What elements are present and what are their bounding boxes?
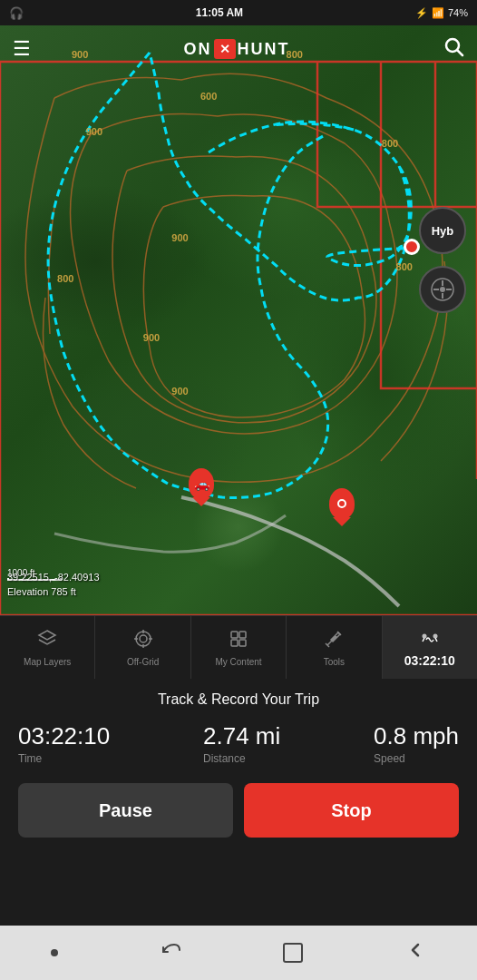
stat-distance-value: 2.74 mi (203, 722, 280, 750)
tab-tools[interactable]: Tools (287, 616, 382, 679)
svg-line-1 (458, 51, 463, 56)
tab-off-grid-label: Off-Grid (127, 657, 159, 667)
stat-time-label: Time (18, 752, 110, 765)
elev-label-4: 900 (171, 386, 188, 397)
tools-icon (324, 629, 344, 653)
svg-rect-18 (239, 640, 246, 646)
stat-distance: 2.74 mi Distance (203, 722, 280, 765)
tab-timer-label: 03:22:10 (404, 653, 455, 668)
tab-tools-label: Tools (324, 657, 345, 667)
bottom-nav-bar (0, 926, 477, 980)
headphone-icon: 🎧 (9, 6, 24, 20)
map-type-hybrid-button[interactable]: Hyb (419, 207, 466, 254)
app-logo: ON ✕ HUNT (184, 39, 290, 59)
svg-point-3 (440, 287, 445, 292)
pause-button[interactable]: Pause (18, 783, 233, 838)
marker-car: 🚗 (189, 468, 214, 499)
svg-rect-17 (231, 640, 238, 646)
map-svg (0, 25, 477, 615)
map-area[interactable]: 900 900 900 900 800 800 800 600 800 900 … (0, 25, 477, 615)
nav-back-button[interactable] (404, 939, 426, 966)
compass-button[interactable] (419, 266, 466, 313)
status-icons: 🎧 (9, 6, 24, 20)
svg-point-21 (433, 634, 437, 639)
tab-off-grid[interactable]: Off-Grid (95, 616, 190, 679)
stat-speed-value: 0.8 mph (374, 722, 459, 750)
stop-button[interactable]: Stop (244, 783, 459, 838)
stat-time-value: 03:22:10 (18, 722, 110, 750)
signal-icon: 📶 (432, 7, 444, 19)
tab-my-content[interactable]: My Content (191, 616, 287, 679)
svg-rect-15 (231, 632, 238, 638)
elev-label-2: 900 (171, 232, 188, 243)
tab-my-content-label: My Content (215, 657, 261, 667)
tracking-buttons: Pause Stop (18, 783, 459, 838)
nav-recent-button[interactable] (160, 939, 181, 966)
marker-red-dot (404, 239, 420, 255)
map-layers-icon (37, 629, 57, 653)
nav-square-button[interactable] (283, 943, 303, 963)
tracking-icon (419, 627, 441, 650)
tracking-title: Track & Record Your Trip (158, 691, 319, 708)
elev-label-1: 900 (86, 126, 102, 137)
logo-hunt: HUNT (238, 40, 290, 59)
bluetooth-icon: ⚡ (415, 7, 428, 19)
status-bar: 🎧 11:05 AM ⚡ 📶 74% (0, 0, 477, 25)
tab-tracking[interactable]: 03:22:10 (383, 616, 477, 679)
my-content-icon (229, 629, 248, 653)
logo-x: ✕ (214, 39, 236, 59)
coordinates-overlay: 39.22515, -82.40913 Elevation 785 ft (7, 571, 100, 599)
svg-point-10 (136, 632, 151, 646)
elev-label-6: 800 (396, 261, 413, 272)
stat-time: 03:22:10 Time (18, 722, 110, 765)
tab-map-layers-label: Map Layers (24, 657, 71, 667)
status-time: 11:05 AM (196, 6, 243, 19)
svg-rect-16 (239, 632, 246, 638)
top-nav: ☰ ON ✕ HUNT (0, 25, 477, 73)
stat-speed: 0.8 mph Speed (374, 722, 459, 765)
menu-icon[interactable]: ☰ (13, 37, 31, 61)
svg-point-9 (140, 635, 147, 642)
marker-location (329, 488, 355, 519)
coordinates-text: 39.22515, -82.40913 (7, 571, 100, 584)
location-inner-circle (337, 499, 346, 508)
tracking-panel: Track & Record Your Trip 03:22:10 Time 2… (0, 679, 477, 926)
off-grid-icon (133, 629, 153, 653)
map-background: 900 900 900 900 800 800 800 600 800 900 … (0, 25, 477, 615)
elev-label-5: 800 (57, 273, 73, 284)
stat-distance-label: Distance (203, 752, 280, 765)
tab-map-layers[interactable]: Map Layers (0, 616, 95, 679)
elev-label-8: 600 (200, 91, 217, 102)
stat-speed-label: Speed (374, 752, 459, 765)
search-icon[interactable] (443, 35, 464, 63)
elev-label-3: 900 (143, 332, 160, 343)
car-icon: 🚗 (194, 476, 209, 491)
svg-point-20 (422, 634, 426, 639)
svg-marker-8 (39, 631, 55, 640)
elev-label-7: 800 (382, 138, 398, 149)
logo-on: ON (184, 40, 212, 59)
bottom-tabs: Map Layers Off-Grid My Content (0, 615, 477, 679)
battery-text: 74% (448, 7, 468, 18)
tracking-stats: 03:22:10 Time 2.74 mi Distance 0.8 mph S… (18, 722, 459, 765)
nav-dot-button[interactable] (51, 949, 58, 956)
status-indicators: ⚡ 📶 74% (415, 7, 468, 19)
elevation-text: Elevation 785 ft (7, 585, 100, 599)
